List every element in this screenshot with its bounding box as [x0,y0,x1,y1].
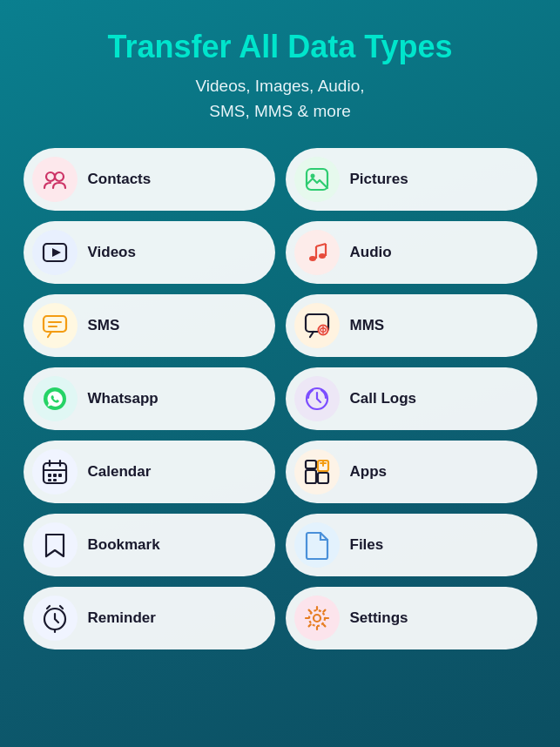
list-item[interactable]: Videos [24,221,275,284]
list-item[interactable]: Pictures [286,148,537,211]
sms-icon [32,303,78,348]
files-icon [294,522,340,568]
calendar-label: Calendar [88,463,152,481]
reminder-icon [32,596,78,641]
calendar-icon [32,449,78,495]
svg-rect-34 [318,473,328,483]
svg-rect-24 [48,474,51,477]
list-item[interactable]: Audio [286,221,537,284]
svg-rect-2 [307,169,327,190]
bookmark-label: Bookmark [88,536,160,554]
list-item[interactable]: Reminder [24,587,275,649]
svg-rect-28 [53,479,57,481]
bookmark-icon [32,522,78,568]
list-item[interactable]: Settings [286,587,537,649]
list-item[interactable]: MMS [286,294,537,357]
svg-line-10 [316,244,326,246]
list-item[interactable]: Apps [286,441,537,503]
svg-point-7 [319,253,326,259]
svg-rect-27 [48,479,51,481]
whatsapp-label: Whatsapp [88,390,159,407]
apps-label: Apps [350,463,388,481]
items-grid: Contacts Pictures Videos [24,148,537,649]
list-item[interactable]: Call Logs [286,367,537,430]
svg-point-0 [46,172,55,181]
page-title: Transfer All Data Types [107,28,452,65]
videos-icon [32,230,78,275]
svg-point-3 [310,174,314,178]
list-item[interactable]: Calendar [24,441,275,503]
settings-icon [294,596,340,641]
calllogs-icon [294,376,340,421]
audio-icon [294,230,340,275]
sms-label: SMS [88,317,120,334]
svg-rect-30 [306,461,316,468]
svg-rect-26 [58,474,62,477]
pictures-icon [294,157,340,202]
files-label: Files [350,536,384,554]
svg-point-38 [309,610,325,626]
svg-marker-5 [52,248,61,257]
list-item[interactable]: Whatsapp [24,367,275,430]
apps-icon [294,449,340,495]
videos-label: Videos [88,244,136,261]
pictures-label: Pictures [350,171,408,188]
svg-point-37 [314,615,320,622]
list-item[interactable]: Bookmark [24,514,275,576]
contacts-label: Contacts [88,171,152,188]
svg-rect-25 [53,474,57,477]
whatsapp-icon [32,376,78,421]
list-item[interactable]: Contacts [24,148,275,211]
contacts-icon [32,157,78,202]
list-item[interactable]: Files [286,514,537,576]
mms-icon [294,303,340,348]
page-subtitle: Videos, Images, Audio,SMS, MMS & more [196,74,365,124]
svg-point-6 [309,256,316,261]
svg-rect-11 [44,316,66,332]
svg-point-1 [55,172,64,181]
svg-rect-29 [306,470,316,483]
calllogs-label: Call Logs [350,390,417,407]
reminder-label: Reminder [88,609,156,627]
list-item[interactable]: SMS [24,294,275,357]
settings-label: Settings [350,609,408,627]
audio-label: Audio [350,244,392,261]
mms-label: MMS [350,317,385,334]
